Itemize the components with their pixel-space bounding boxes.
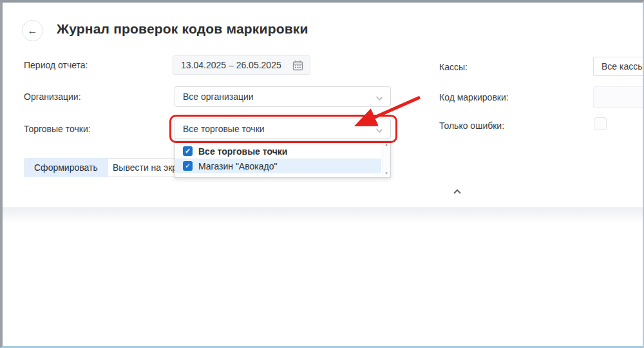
outlets-select[interactable]: Все торговые точки (175, 119, 391, 139)
cash-registers-select[interactable]: Все кассы (593, 57, 644, 76)
generate-report-button[interactable]: Сформировать (24, 158, 108, 177)
cash-registers-value: Все кассы (601, 61, 644, 72)
app-window: ← Журнал проверок кодов маркировки Перио… (0, 0, 644, 348)
period-label: Период отчета: (24, 60, 88, 70)
period-range-value: 13.04.2025 – 26.05.2025 (181, 60, 292, 70)
collapse-panel-chevron-icon[interactable] (452, 188, 462, 195)
errors-only-label: Только ошибки: (439, 121, 504, 131)
calendar-icon[interactable] (292, 60, 303, 71)
outlets-dropdown-panel: ✓ Все торговые точки ✓ Магазин "Авокадо"… (175, 140, 391, 178)
scroll-up-icon[interactable]: ▲ (384, 142, 388, 146)
page-title: Журнал проверок кодов маркировки (57, 21, 308, 37)
outlets-option-all[interactable]: ✓ Все торговые точки (175, 144, 381, 159)
organizations-select[interactable]: Все организации (175, 86, 391, 107)
section-divider (3, 208, 643, 223)
checkmark-icon: ✓ (185, 147, 191, 155)
period-range-field[interactable]: 13.04.2025 – 26.05.2025 (173, 55, 310, 75)
outlets-option-label: Магазин "Авокадо" (198, 161, 277, 171)
checkbox-checked-icon[interactable]: ✓ (183, 161, 193, 171)
back-arrow-icon: ← (28, 25, 38, 36)
outlets-option-label: Все торговые точки (198, 146, 287, 157)
back-button[interactable]: ← (22, 20, 43, 41)
checkbox-checked-icon[interactable]: ✓ (183, 146, 193, 156)
organizations-label: Организации: (24, 92, 81, 102)
dropdown-scrollbar[interactable]: ▲ ▼ (383, 141, 390, 177)
outlets-select-value: Все торговые точки (183, 124, 265, 134)
organizations-select-value: Все организации (183, 92, 254, 102)
cash-registers-label: Кассы: (439, 62, 468, 72)
checkmark-icon: ✓ (185, 162, 191, 169)
chevron-down-icon (376, 126, 383, 133)
marking-code-input[interactable] (593, 86, 644, 108)
scroll-down-icon[interactable]: ▼ (384, 171, 388, 175)
errors-only-checkbox[interactable] (594, 117, 607, 130)
outlets-option-avokado[interactable]: ✓ Магазин "Авокадо" (175, 159, 381, 173)
outlets-label: Торговые точки: (24, 124, 91, 134)
chevron-down-icon (376, 94, 383, 101)
marking-code-label: Код маркировки: (439, 92, 509, 102)
